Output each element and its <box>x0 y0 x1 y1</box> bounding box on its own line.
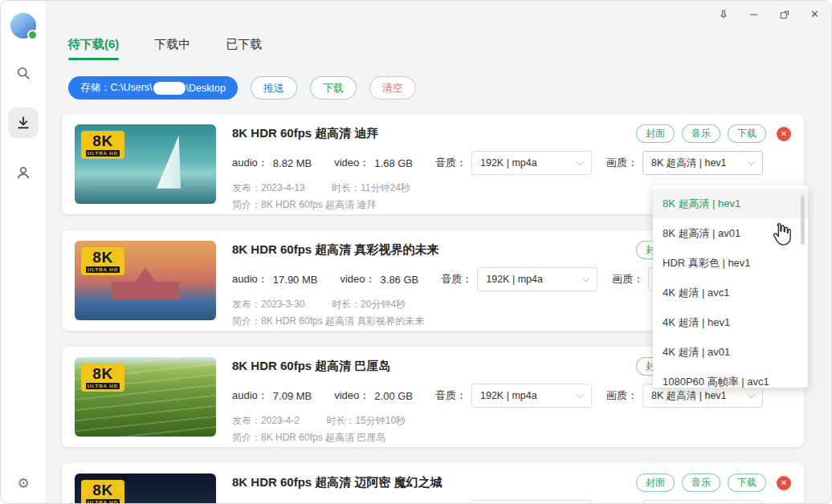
video-thumbnail[interactable]: 8K ULTRA HD <box>75 357 216 437</box>
pin-icon[interactable] <box>713 4 733 24</box>
dropdown-option[interactable]: 4K 超清 | av01 <box>653 337 808 367</box>
video-size: 2.00 GB <box>374 390 413 402</box>
badge-8k-text: 8K <box>86 366 120 381</box>
audio-quality-label: 音质： <box>435 156 467 170</box>
dropdown-option[interactable]: 4K 超清 | avc1 <box>653 278 808 307</box>
chevron-down-icon <box>577 158 585 166</box>
close-icon[interactable]: ✕ <box>805 4 825 24</box>
publish-date: 发布：2023-3-30 <box>232 299 305 310</box>
app-window: ─ ✕ ⚙ 待下载(6) 下载 <box>0 0 832 504</box>
remove-card-button[interactable]: ✕ <box>777 127 791 141</box>
music-tag-button[interactable]: 音乐 <box>682 124 720 143</box>
video-size: 3.86 GB <box>381 274 419 286</box>
video-title: 8K HDR 60fps 超高清 迪拜 <box>232 126 379 141</box>
tab-downloading[interactable]: 下载中 <box>154 37 190 60</box>
card-actions: 封面音乐下载✕ <box>636 474 791 492</box>
search-icon[interactable] <box>8 58 39 88</box>
video-title: 8K HDR 60fps 超高清 巴厘岛 <box>232 359 391 374</box>
audio-quality-select[interactable]: 192K | mp4a <box>471 500 592 504</box>
video-card: 8K ULTRA HD 8K HDR 60fps 超高清 迈阿密 魔幻之城 封面… <box>62 463 804 504</box>
quality-dropdown: 8K 超高清 | hev18K 超高清 | av01HDR 真彩色 | hev1… <box>653 185 808 388</box>
sidebar: ⚙ <box>1 1 46 503</box>
cover-tag-button[interactable]: 封面 <box>636 124 675 143</box>
video-quality-select[interactable]: 8K 超高清 | hev1 <box>642 151 763 175</box>
card-actions: 封面音乐下载✕ <box>636 124 791 143</box>
remove-card-button[interactable]: ✕ <box>777 476 791 490</box>
downloads-nav-icon[interactable] <box>8 108 39 138</box>
8k-ultrahd-badge: 8K ULTRA HD <box>81 131 124 159</box>
audio-quality-select[interactable]: 192K | mp4a <box>471 151 592 175</box>
8k-ultrahd-badge: 8K ULTRA HD <box>81 480 124 504</box>
badge-ultra-hd-text: ULTRA HD <box>86 150 120 156</box>
chevron-down-icon <box>582 274 590 282</box>
maximize-icon[interactable] <box>774 4 794 24</box>
dropdown-option[interactable]: 8K 超高清 | av01 <box>653 218 808 248</box>
publish-date: 发布：2023-4-2 <box>232 415 300 426</box>
audio-size: 17.90 MB <box>273 274 318 286</box>
badge-ultra-hd-text: ULTRA HD <box>86 383 120 389</box>
card-body: 8K HDR 60fps 超高清 迈阿密 魔幻之城 封面音乐下载✕ audio：… <box>232 474 791 504</box>
video-quality-select[interactable]: 8K 超高清 | hev1 <box>642 500 763 504</box>
avatar-status-badge <box>27 30 38 40</box>
storage-path-suffix: \Desktop <box>186 83 226 94</box>
video-thumbnail[interactable]: 8K ULTRA HD <box>75 124 216 204</box>
minimize-icon[interactable]: ─ <box>744 4 764 24</box>
video-size: 1.68 GB <box>374 157 413 169</box>
audio-label: audio： <box>232 388 268 403</box>
audio-quality-label: 音质： <box>435 388 467 403</box>
8k-ultrahd-badge: 8K ULTRA HD <box>81 364 124 392</box>
audio-quality-select[interactable]: 192K | mp4a <box>477 267 597 291</box>
download-all-button[interactable]: 下载 <box>310 76 357 100</box>
dropdown-option[interactable]: 4K 超清 | hev1 <box>653 307 808 337</box>
video-label: video： <box>334 388 369 403</box>
chevron-down-icon <box>577 391 585 399</box>
video-quality-label: 画质： <box>606 156 638 170</box>
user-avatar[interactable] <box>10 13 36 39</box>
description: 简介：8K HDR 60fps 超高清 巴厘岛 <box>232 431 791 445</box>
badge-8k-text: 8K <box>86 482 120 498</box>
push-button[interactable]: 推送 <box>251 76 297 100</box>
video-thumbnail[interactable]: 8K ULTRA HD <box>75 241 216 320</box>
audio-label: audio： <box>232 272 268 287</box>
download-tag-button[interactable]: 下载 <box>728 124 766 143</box>
toolbar: 存储：C:\Users\ \Desktop 推送 下载 清空 <box>68 76 416 100</box>
settings-gear-icon[interactable]: ⚙ <box>17 475 29 492</box>
dropdown-scrollbar[interactable] <box>801 195 805 245</box>
redacted-username <box>153 82 186 95</box>
download-tag-button[interactable]: 下载 <box>728 474 766 492</box>
audio-size: 7.09 MB <box>273 390 312 402</box>
audio-size: 8.82 MB <box>273 157 312 169</box>
storage-path-button[interactable]: 存储：C:\Users\ \Desktop <box>68 76 238 100</box>
video-label: video： <box>340 272 375 287</box>
cover-tag-button[interactable]: 封面 <box>636 474 675 492</box>
duration-text: 时长：15分钟10秒 <box>326 415 406 426</box>
dropdown-option[interactable]: 1080P60 高帧率 | avc1 <box>653 367 808 388</box>
badge-8k-text: 8K <box>86 133 120 148</box>
video-quality-label: 画质： <box>606 388 638 403</box>
publish-date: 发布：2023-4-13 <box>232 182 305 193</box>
quality-dropdown-options: 8K 超高清 | hev18K 超高清 | av01HDR 真彩色 | hev1… <box>653 189 808 388</box>
video-quality-label: 画质： <box>612 272 643 287</box>
tab-bar: 待下载(6) 下载中 已下载 <box>68 37 262 60</box>
audio-label: audio： <box>232 156 268 170</box>
window-controls: ─ ✕ <box>713 4 825 24</box>
video-thumbnail[interactable]: 8K ULTRA HD <box>75 474 216 504</box>
duration-text: 时长：20分钟4秒 <box>332 299 406 310</box>
tab-downloaded[interactable]: 已下载 <box>226 37 262 60</box>
clear-button[interactable]: 清空 <box>369 76 416 100</box>
8k-ultrahd-badge: 8K ULTRA HD <box>81 247 124 275</box>
duration-text: 时长：11分钟24秒 <box>332 182 410 193</box>
account-icon[interactable] <box>8 157 39 188</box>
video-label: video： <box>334 156 369 170</box>
audio-quality-select[interactable]: 192K | mp4a <box>471 384 592 408</box>
tab-pending[interactable]: 待下载(6) <box>68 37 119 60</box>
storage-path-prefix: 存储：C:\Users\ <box>80 81 153 95</box>
dropdown-option[interactable]: 8K 超高清 | hev1 <box>653 189 808 218</box>
music-tag-button[interactable]: 音乐 <box>682 474 720 492</box>
audio-quality-label: 音质： <box>441 272 472 287</box>
chevron-down-icon <box>748 158 756 166</box>
badge-ultra-hd-text: ULTRA HD <box>86 499 120 504</box>
dropdown-option[interactable]: HDR 真彩色 | hev1 <box>653 248 808 278</box>
badge-ultra-hd-text: ULTRA HD <box>86 266 120 273</box>
publish-row: 发布：2023-4-2 时长：15分钟10秒 <box>232 414 791 428</box>
